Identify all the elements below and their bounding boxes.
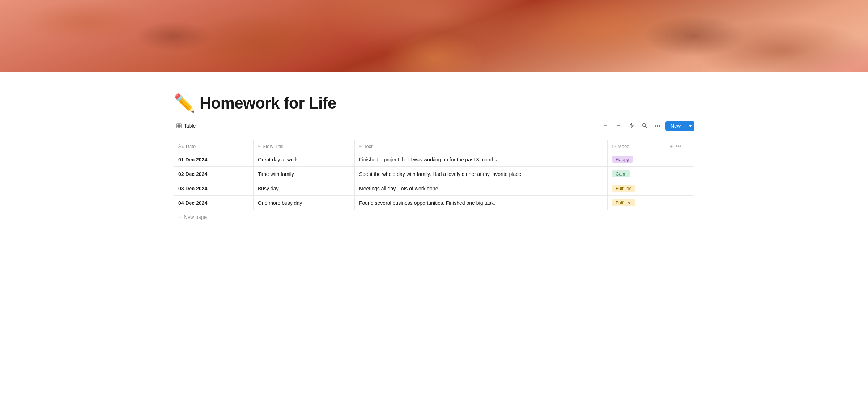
page-title: Homework for Life: [200, 94, 336, 112]
cell-text-2[interactable]: Meetings all day. Lots of work done.: [355, 181, 608, 196]
new-entry-button[interactable]: New ▾: [665, 121, 694, 131]
filter-icon: [603, 123, 608, 130]
toolbar-right: ••• New ▾: [600, 121, 694, 131]
story-col-label: Story Title: [263, 144, 284, 149]
date-col-type-icon: Aa: [178, 144, 184, 149]
new-button-label: New: [665, 121, 686, 131]
new-page-row[interactable]: + New page: [174, 210, 694, 224]
cell-text-3[interactable]: Found several business opportunities. Fi…: [355, 196, 608, 210]
cell-actions-1: [665, 167, 694, 181]
toolbar-left: Table +: [174, 122, 597, 130]
story-col-type-icon: ≡: [258, 144, 260, 149]
toolbar: Table +: [174, 121, 694, 134]
mood-badge-1: Calm: [612, 170, 630, 177]
table-row[interactable]: 03 Dec 2024 Busy day Meetings all day. L…: [174, 181, 694, 196]
cell-mood-1[interactable]: Calm: [608, 167, 665, 181]
cell-actions-3: [665, 196, 694, 210]
column-options-button[interactable]: •••: [676, 143, 681, 149]
cell-actions-0: [665, 152, 694, 167]
search-icon: [642, 123, 647, 129]
cell-date-1[interactable]: 02 Dec 2024: [174, 167, 254, 181]
sort-icon: [616, 123, 621, 130]
cell-mood-3[interactable]: Fulfilled: [608, 196, 665, 210]
page-content: ✏️ Homework for Life Table +: [145, 72, 723, 253]
cell-actions-2: [665, 181, 694, 196]
col-header-actions: + •••: [665, 140, 694, 152]
table-row[interactable]: 02 Dec 2024 Time with family Spent the w…: [174, 167, 694, 181]
mood-col-type-icon: ◎: [612, 144, 616, 149]
cell-story-2[interactable]: Busy day: [254, 181, 355, 196]
cell-mood-2[interactable]: Fulfilled: [608, 181, 665, 196]
cover-image: [0, 0, 868, 72]
new-button-dropdown-arrow[interactable]: ▾: [686, 121, 694, 131]
ellipsis-icon: •••: [655, 123, 660, 129]
cell-story-3[interactable]: One more busy day: [254, 196, 355, 210]
cell-date-2[interactable]: 03 Dec 2024: [174, 181, 254, 196]
cell-story-1[interactable]: Time with family: [254, 167, 355, 181]
mood-badge-0: Happy: [612, 156, 633, 163]
more-options-button[interactable]: •••: [652, 121, 663, 131]
table-row[interactable]: 01 Dec 2024 Great day at work Finished a…: [174, 152, 694, 167]
col-header-story[interactable]: ≡ Story Title: [254, 140, 355, 152]
mood-col-label: Mood: [618, 144, 630, 149]
search-button[interactable]: [639, 121, 650, 131]
cell-story-0[interactable]: Great day at work: [254, 152, 355, 167]
cell-date-0[interactable]: 01 Dec 2024: [174, 152, 254, 167]
text-col-label: Text: [364, 144, 373, 149]
table-view-label: Table: [184, 123, 196, 129]
table-view-tab[interactable]: Table: [174, 122, 199, 130]
svg-rect-3: [179, 126, 181, 128]
sort-button[interactable]: [613, 121, 624, 131]
cell-date-3[interactable]: 04 Dec 2024: [174, 196, 254, 210]
svg-rect-1: [179, 124, 181, 126]
cell-text-1[interactable]: Spent the whole day with family. Had a l…: [355, 167, 608, 181]
table-header-row: Aa Date ≡ Story Title ≡ Text: [174, 140, 694, 152]
page-emoji: ✏️: [174, 94, 195, 112]
add-view-button[interactable]: +: [201, 122, 209, 130]
new-page-cell[interactable]: + New page: [174, 210, 694, 224]
text-col-type-icon: ≡: [359, 144, 362, 149]
lightning-icon: [629, 123, 634, 130]
cell-mood-0[interactable]: Happy: [608, 152, 665, 167]
new-page-plus-icon: +: [178, 214, 182, 220]
add-column-button[interactable]: +: [670, 143, 673, 149]
col-header-mood[interactable]: ◎ Mood: [608, 140, 665, 152]
filter-button[interactable]: [600, 121, 610, 131]
database-table: Aa Date ≡ Story Title ≡ Text: [174, 140, 694, 224]
svg-rect-0: [177, 124, 179, 126]
table-icon: [176, 123, 182, 128]
col-header-date[interactable]: Aa Date: [174, 140, 254, 152]
table-row[interactable]: 04 Dec 2024 One more busy day Found seve…: [174, 196, 694, 210]
date-col-label: Date: [186, 144, 196, 149]
mood-badge-2: Fulfilled: [612, 185, 635, 192]
new-page-label: New page: [184, 214, 207, 220]
automation-button[interactable]: [626, 121, 637, 131]
col-header-text[interactable]: ≡ Text: [355, 140, 608, 152]
title-section: ✏️ Homework for Life: [174, 94, 694, 112]
svg-rect-2: [177, 126, 179, 128]
mood-badge-3: Fulfilled: [612, 199, 635, 206]
svg-line-8: [645, 126, 647, 128]
cell-text-0[interactable]: Finished a project that I was working on…: [355, 152, 608, 167]
